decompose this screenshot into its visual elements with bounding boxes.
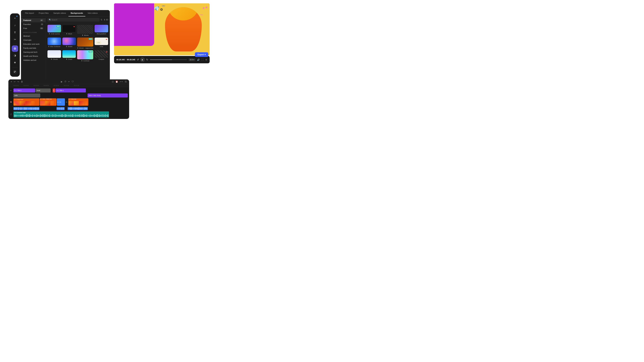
audio-wave-1[interactable]: for(let i=0;i<30;i++){document.write('<d…: [14, 107, 40, 110]
rewind-button[interactable]: ↺: [137, 58, 139, 61]
undo-button[interactable]: ↩: [14, 80, 16, 83]
sidebar-item-abstract[interactable]: Abstract: [21, 34, 46, 38]
bg-item-coupon[interactable]: ❤ Coupon: [94, 50, 108, 62]
link-button[interactable]: ⛓: [124, 80, 127, 83]
title-clip-2[interactable]: fx·1 Tittle 4: [56, 88, 86, 92]
bg-label-blue-sunburst: ⬇ Blue Sunburst: [48, 46, 61, 47]
left-toolbar: + ♪ T ✂ +: [10, 13, 20, 77]
category-sidebar: Featured 40 Favorites 3 Free 39 EFFECTS …: [21, 16, 46, 90]
ratio-label: 16:9: [190, 59, 193, 61]
effects-button[interactable]: [12, 45, 18, 52]
grid-button[interactable]: +: [12, 69, 18, 75]
video-player-bar: 00:20.345 / 00:20.345 ↺ ▶ ↻ 16:9 ▾ 🔊 ⛶ ⚙: [114, 56, 210, 63]
music-button[interactable]: ♪: [12, 22, 18, 28]
abstract-label: Abstract: [23, 35, 30, 37]
search-bar: 🔍 ⇅ ⬇ 80: [46, 16, 110, 23]
audio-sync-button[interactable]: ⟷: [120, 80, 123, 83]
face-area: [168, 7, 198, 20]
search-input[interactable]: [48, 18, 100, 22]
clock-button[interactable]: ⏰: [116, 80, 118, 83]
total-time: 00:20.345: [127, 59, 135, 61]
bg-thumb-coast: [62, 50, 76, 58]
filter-tracks-button[interactable]: ≡: [11, 80, 12, 83]
tab-backgrounds[interactable]: Backgrounds: [68, 10, 86, 16]
tab-file-import[interactable]: File import: [23, 10, 36, 16]
bg-thumb-coupon: ❤: [94, 50, 108, 58]
sidebar-item-free[interactable]: Free 39: [21, 26, 46, 30]
subtitle-clip-when[interactable]: When I Was Young: [88, 93, 128, 98]
eye-icon[interactable]: 👁: [10, 90, 12, 91]
video-clip-3[interactable]: fx·1 Vid: [57, 98, 65, 106]
title-clip-1[interactable]: fx·1 Tittle 4: [14, 88, 35, 92]
audio-wave-3[interactable]: for(let i=0;i<20;i++){document.write('<d…: [68, 107, 88, 110]
shield-button[interactable]: 🛡: [72, 80, 74, 83]
subtitle-clip-hello[interactable]: Hello: [14, 93, 40, 98]
play-button[interactable]: ▶: [140, 57, 145, 62]
title-track: 👁 fx·1 Tittle 4 Smail 🎖 fx·1 Tittle 4: [8, 88, 129, 93]
bg-item-arctic-aurora[interactable]: NEW ⬇ Arctic aurora: [48, 25, 61, 36]
volume-button[interactable]: 🔊: [197, 58, 200, 61]
bg-item-coast[interactable]: ⬇ Coast: [62, 50, 76, 62]
trim-button[interactable]: ✂: [12, 36, 18, 42]
bg-item-black[interactable]: ❤ ⬇ Black: [62, 25, 76, 36]
video-clip-1[interactable]: fx·1 Video.mov: [14, 98, 40, 106]
bg-thumb-black: ❤: [62, 25, 76, 32]
heart-badge-chat: ❤: [106, 38, 107, 41]
time-separator: /: [126, 59, 126, 61]
panel-body: Featured 40 Favorites 3 Free 39 EFFECTS …: [21, 16, 110, 90]
bg-item-clouds[interactable]: ⬇ Clouds: [48, 50, 61, 62]
video-clip-3-label: fx·1 Vid: [57, 101, 62, 103]
crop-button[interactable]: ⊡: [112, 80, 114, 83]
redo-button[interactable]: ↪: [17, 80, 19, 83]
sidebar-item-hobbies[interactable]: Hobbies and art: [21, 58, 46, 62]
audio-off-icon[interactable]: 🔇: [10, 101, 12, 103]
effects-icon: [14, 47, 16, 50]
download-icon[interactable]: ⬇ 80: [104, 18, 108, 21]
forward-button[interactable]: ↻: [146, 58, 148, 61]
bg-item-brown[interactable]: NEW ⬇ Brown - cappuccino: [77, 37, 93, 49]
export-button[interactable]: Export ▾: [195, 52, 208, 57]
add-button[interactable]: +: [12, 15, 18, 21]
audio-icon[interactable]: 🎵: [10, 114, 12, 115]
subtitle-track-area: Hello When I Was Young: [14, 93, 129, 98]
bg-item-blocks[interactable]: ⬇ Blocks: [77, 25, 93, 36]
sidebar-item-cinematic[interactable]: Cinematic: [21, 38, 46, 42]
title-clip-smail[interactable]: Smail: [36, 88, 51, 92]
dreamer-clip[interactable]: fx·1 Dreamer.mp4 for(let i=0;i<110;i++){…: [14, 111, 109, 117]
bg-item-blue-gradient[interactable]: Blue gradient: [94, 25, 108, 36]
sidebar-item-featured[interactable]: Featured 40: [21, 18, 46, 22]
fullscreen-button[interactable]: ⛶: [202, 58, 204, 61]
bg-item-chat[interactable]: ❤ Chat Chat: [94, 37, 108, 49]
audio-wave-2[interactable]: for(let i=0;i<10;i++){document.write('<d…: [56, 107, 64, 110]
dreamer-controls: 🎵: [8, 114, 14, 115]
sort-icon[interactable]: ⇅: [100, 18, 102, 21]
delete-button[interactable]: 🗑: [21, 80, 23, 83]
video-clip-2[interactable]: fx·1 Video_15666.mov: [40, 98, 56, 106]
sidebar-item-favorites[interactable]: Favorites 3: [21, 22, 46, 26]
tab-project-files[interactable]: Project files: [36, 10, 51, 16]
video-clip-4[interactable]: fx·1 Video.mov: [68, 98, 88, 106]
timer-button[interactable]: ⏱: [64, 80, 66, 83]
text-icon: T: [14, 31, 16, 34]
bg-item-blue-sunburst[interactable]: ⬇ Blue Sunburst: [48, 37, 61, 49]
filter-button[interactable]: [12, 52, 18, 59]
bg-label-contrast: ⬇ Contrast: [77, 60, 93, 62]
timeline-tracks: 👁 fx·1 Tittle 4 Smail 🎖 fx·1 Tittle 4: [8, 87, 129, 119]
cut-button[interactable]: ✂: [68, 80, 70, 83]
tab-sample-videos[interactable]: Sample videos: [51, 10, 68, 16]
aspect-ratio-selector[interactable]: 16:9 ▾: [188, 58, 196, 61]
sidebar-item-gaming[interactable]: Gaming and tech: [21, 50, 46, 54]
sidebar-item-family[interactable]: Family and kids: [21, 46, 46, 50]
settings-button[interactable]: ⚙: [205, 58, 207, 61]
bg-item-bokeh[interactable]: ⬇ Bokeh: [62, 37, 76, 49]
text-button[interactable]: T: [12, 29, 18, 35]
sidebar-item-education[interactable]: Education and work: [21, 42, 46, 46]
play-timeline-button[interactable]: ▶: [61, 80, 62, 83]
bg-item-contrast[interactable]: NEW ⬇ Contrast: [77, 50, 93, 62]
tab-intro-videos[interactable]: Intro videos: [85, 10, 100, 16]
sidebar-item-health[interactable]: Health and fitness: [21, 54, 46, 58]
bg-thumb-clouds: [48, 50, 61, 58]
sticker-button[interactable]: [12, 59, 18, 66]
player-progress-bar[interactable]: [150, 59, 187, 60]
title-clip-emoji[interactable]: 🎖: [53, 88, 55, 92]
